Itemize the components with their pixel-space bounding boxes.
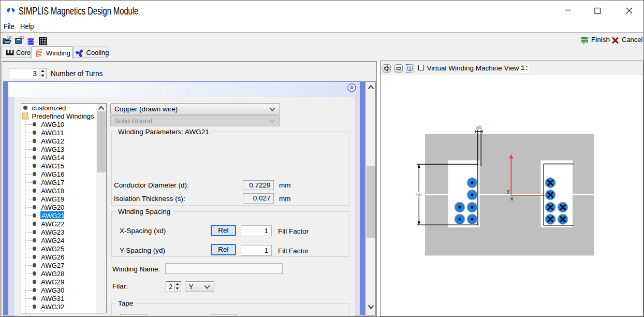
- svg-text:hb: hb: [416, 191, 422, 197]
- svg-text:1: 1: [408, 66, 411, 71]
- svg-text:wb: wb: [475, 124, 482, 129]
- svg-text:y: y: [507, 187, 510, 193]
- svg-text:x: x: [510, 195, 514, 201]
